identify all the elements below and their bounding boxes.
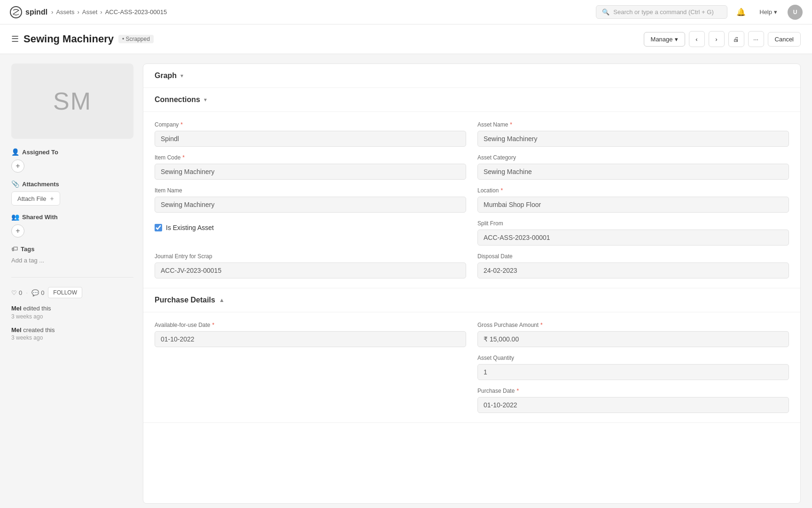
follow-button[interactable]: FOLLOW bbox=[48, 287, 82, 298]
breadcrumb-assets[interactable]: Assets bbox=[56, 8, 74, 16]
company-label: Company * bbox=[155, 121, 466, 128]
purchase-details-chevron-icon: ▲ bbox=[219, 297, 225, 303]
comments-action[interactable]: 💬 0 bbox=[31, 289, 44, 296]
activity-item-2: Mel created this 3 weeks ago bbox=[11, 325, 133, 341]
content-area: Graph ▾ Connections ▾ Company * bbox=[143, 64, 801, 504]
is-existing-asset-label: Is Existing Asset bbox=[166, 224, 214, 231]
breadcrumb-asset[interactable]: Asset bbox=[82, 8, 98, 16]
purchase-date-label: Purchase Date * bbox=[477, 388, 789, 394]
manage-chevron-icon: ▾ bbox=[675, 36, 678, 43]
shared-with-label: Shared With bbox=[22, 214, 58, 221]
journal-entry-input[interactable] bbox=[155, 262, 466, 278]
purchase-details-section-title: Purchase Details bbox=[155, 296, 215, 304]
cancel-button[interactable]: Cancel bbox=[768, 32, 801, 47]
paperclip-icon: 📎 bbox=[11, 180, 19, 188]
is-existing-asset-row: Is Existing Asset bbox=[155, 220, 466, 235]
bell-icon: 🔔 bbox=[736, 8, 746, 16]
print-button[interactable]: 🖨 bbox=[728, 31, 744, 47]
empty-grid-cell-2 bbox=[155, 388, 466, 413]
available-date-required: * bbox=[212, 322, 215, 328]
manage-button[interactable]: Manage ▾ bbox=[644, 32, 685, 47]
asset-quantity-group: Asset Quantity bbox=[477, 355, 789, 380]
status-badge: • Scrapped bbox=[118, 35, 154, 43]
cancel-label: Cancel bbox=[775, 36, 794, 43]
nav-left: spindl › Assets › Asset › ACC-ASS-2023-0… bbox=[9, 6, 167, 19]
add-assigned-to-button[interactable]: + bbox=[11, 159, 24, 173]
search-placeholder: Search or type a command (Ctrl + G) bbox=[613, 8, 714, 16]
sidebar-shared-with-section: 👥 Shared With + bbox=[11, 213, 133, 238]
item-name-input[interactable] bbox=[155, 197, 466, 213]
next-button[interactable]: › bbox=[709, 31, 725, 47]
asset-name-label: Asset Name * bbox=[477, 121, 789, 128]
purchase-details-form: Available-for-use Date * Gross Purchase … bbox=[143, 312, 800, 423]
breadcrumb-current: ACC-ASS-2023-00015 bbox=[105, 8, 167, 16]
purchase-date-input[interactable] bbox=[477, 397, 789, 413]
shared-with-title: 👥 Shared With bbox=[11, 213, 133, 221]
attach-plus-icon: + bbox=[50, 195, 54, 202]
item-name-group: Item Name bbox=[155, 187, 466, 213]
tags-label: Tags bbox=[21, 246, 34, 253]
activity-text-2: Mel created this bbox=[11, 325, 133, 335]
search-bar[interactable]: 🔍 Search or type a command (Ctrl + G) bbox=[596, 5, 727, 19]
help-button[interactable]: Help ▾ bbox=[755, 6, 782, 18]
purchase-date-group: Purchase Date * bbox=[477, 388, 789, 413]
avatar[interactable]: U bbox=[788, 5, 803, 20]
likes-action[interactable]: ♡ 0 bbox=[11, 289, 22, 296]
gross-purchase-label: Gross Purchase Amount * bbox=[477, 322, 789, 328]
connections-grid: Company * Asset Name * Item Co bbox=[155, 121, 789, 278]
location-required: * bbox=[500, 187, 503, 194]
activity-action-1: edited this bbox=[23, 305, 51, 312]
asset-name-required: * bbox=[510, 121, 512, 128]
comments-count: 0 bbox=[41, 289, 44, 296]
sidebar-toggle-icon[interactable]: ☰ bbox=[11, 34, 19, 44]
ellipsis-icon: ··· bbox=[753, 36, 758, 43]
location-group: Location * bbox=[477, 187, 789, 213]
breadcrumb-sep1: › bbox=[51, 8, 53, 16]
logo-icon bbox=[9, 6, 23, 19]
item-name-label: Item Name bbox=[155, 187, 466, 194]
sidebar-tags-section: 🏷 Tags Add a tag ... bbox=[11, 245, 133, 264]
location-label: Location * bbox=[477, 187, 789, 194]
activity-user-1: Mel bbox=[11, 305, 22, 312]
asset-category-input[interactable] bbox=[477, 164, 789, 180]
purchase-details-section-header[interactable]: Purchase Details ▲ bbox=[143, 288, 800, 312]
graph-section-header[interactable]: Graph ▾ bbox=[143, 64, 800, 88]
sidebar-divider bbox=[11, 277, 133, 278]
asset-quantity-input[interactable] bbox=[477, 364, 789, 380]
page-title: Sewing Machinery bbox=[23, 33, 114, 45]
gross-purchase-input[interactable] bbox=[477, 331, 789, 347]
share-icon: 👥 bbox=[11, 213, 19, 221]
logo-text: spindl bbox=[25, 8, 47, 16]
item-code-input[interactable] bbox=[155, 164, 466, 180]
asset-name-group: Asset Name * bbox=[477, 121, 789, 147]
activity-item-1: Mel edited this 3 weeks ago bbox=[11, 304, 133, 320]
top-nav: spindl › Assets › Asset › ACC-ASS-2023-0… bbox=[0, 0, 812, 24]
add-shared-with-button[interactable]: + bbox=[11, 224, 24, 238]
company-required: * bbox=[180, 121, 183, 128]
avatar-initials: U bbox=[793, 9, 797, 16]
asset-name-input[interactable] bbox=[477, 131, 789, 147]
purchase-details-grid: Available-for-use Date * Gross Purchase … bbox=[155, 322, 789, 413]
attach-file-button[interactable]: Attach File + bbox=[11, 191, 60, 206]
prev-button[interactable]: ‹ bbox=[689, 31, 705, 47]
more-options-button[interactable]: ··· bbox=[748, 31, 764, 47]
journal-entry-group: Journal Entry for Scrap bbox=[155, 253, 466, 278]
follow-label: FOLLOW bbox=[53, 289, 77, 296]
notification-bell-button[interactable]: 🔔 bbox=[733, 4, 749, 20]
activity-time-2: 3 weeks ago bbox=[11, 334, 133, 341]
is-existing-asset-checkbox[interactable] bbox=[155, 224, 162, 231]
purchase-date-required: * bbox=[516, 388, 519, 394]
sidebar-avatar-card: SM bbox=[11, 64, 133, 139]
connections-section-header[interactable]: Connections ▾ bbox=[143, 88, 800, 112]
asset-category-label: Asset Category bbox=[477, 154, 789, 161]
activity-actions: ♡ 0 · 💬 0 FOLLOW bbox=[11, 287, 133, 298]
asset-quantity-label: Asset Quantity bbox=[477, 355, 789, 361]
location-input[interactable] bbox=[477, 197, 789, 213]
help-label: Help bbox=[759, 8, 772, 16]
disposal-date-input[interactable] bbox=[477, 262, 789, 278]
split-from-input[interactable] bbox=[477, 230, 789, 246]
logo[interactable]: spindl bbox=[9, 6, 47, 19]
available-date-input[interactable] bbox=[155, 331, 466, 347]
add-tag-link[interactable]: Add a tag ... bbox=[11, 257, 44, 264]
company-input[interactable] bbox=[155, 131, 466, 147]
